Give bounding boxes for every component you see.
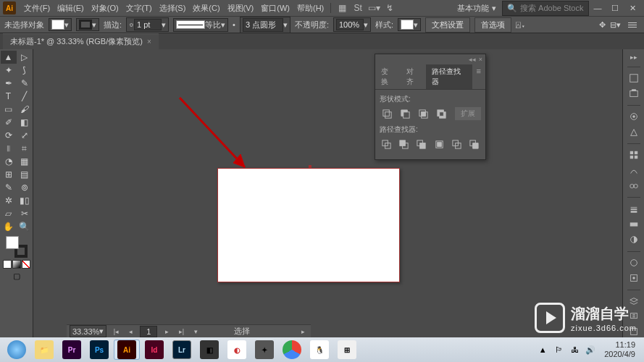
shape-builder-tool[interactable]: ◔: [1, 155, 17, 168]
minus-front-icon[interactable]: [398, 107, 412, 120]
gradient-mode-icon[interactable]: [12, 260, 21, 269]
style-swatch[interactable]: ▾: [398, 18, 421, 31]
document-setup-button[interactable]: 文档设置: [425, 17, 470, 33]
artboard-nav-dropdown[interactable]: ▾: [191, 327, 201, 337]
last-artboard-icon[interactable]: ▸|: [176, 327, 186, 337]
free-transform-tool[interactable]: ⌗: [17, 142, 33, 155]
paintbrush-tool[interactable]: 🖌: [17, 103, 33, 116]
menu-effect[interactable]: 效果(C): [189, 3, 223, 14]
type-tool[interactable]: T: [1, 90, 17, 103]
first-artboard-icon[interactable]: |◂: [111, 327, 121, 337]
menu-view[interactable]: 视图(V): [224, 3, 258, 14]
search-input[interactable]: 🔍搜索 Adobe Stock: [502, 1, 589, 16]
taskbar-indesign[interactable]: Id: [141, 340, 167, 360]
taskbar-chrome[interactable]: [279, 340, 305, 360]
taskbar-app-1[interactable]: ◧: [196, 340, 222, 360]
selection-tool[interactable]: ▲: [1, 51, 17, 64]
column-graph-tool[interactable]: ▮▯: [17, 194, 33, 207]
options-pin-icon[interactable]: ⊟▾: [610, 20, 621, 30]
eyedropper-tool[interactable]: ✎: [1, 181, 17, 194]
appearance-panel-icon[interactable]: [626, 257, 642, 268]
transform-icon[interactable]: ✥: [599, 20, 606, 30]
stroke-profile[interactable]: 等比▾: [173, 18, 228, 32]
transparency-panel-icon[interactable]: [626, 234, 642, 245]
taskbar-qq[interactable]: 🐧: [306, 340, 333, 360]
divide-icon[interactable]: [380, 138, 393, 151]
blend-tool[interactable]: ⊚: [17, 181, 33, 194]
properties-panel-icon[interactable]: [626, 73, 642, 84]
start-button[interactable]: [4, 340, 30, 360]
lasso-tool[interactable]: ⟆: [17, 64, 33, 77]
taskbar-clock[interactable]: 11:19 2020/4/9: [598, 340, 641, 359]
fill-swatch[interactable]: ▾: [49, 18, 72, 31]
tab-align[interactable]: 对齐: [401, 64, 426, 89]
stroke-swatch[interactable]: ▾: [76, 18, 99, 31]
taskbar-app-4[interactable]: ⊞: [334, 340, 360, 360]
tab-pathfinder[interactable]: 路径查找器: [426, 64, 472, 89]
close-button[interactable]: ✕: [625, 3, 640, 13]
tray-volume-icon[interactable]: 🔊: [583, 340, 598, 360]
artboard-tool[interactable]: ▱: [1, 207, 17, 220]
magic-wand-tool[interactable]: ✦: [1, 64, 17, 77]
bridge-icon[interactable]: ▦: [334, 1, 350, 14]
taskbar-premiere[interactable]: Pr: [59, 340, 85, 360]
workspace-switcher[interactable]: 基本功能▾: [451, 1, 502, 15]
taskbar-lightroom[interactable]: Lr: [169, 340, 195, 360]
menu-select[interactable]: 选择(S): [156, 3, 190, 14]
fill-color-icon[interactable]: [6, 236, 19, 249]
symbol-sprayer-tool[interactable]: ✲: [1, 194, 17, 207]
slice-tool[interactable]: ✂: [17, 207, 33, 220]
tray-icon-2[interactable]: 🏳: [551, 340, 566, 360]
exclude-icon[interactable]: [434, 107, 448, 120]
direct-selection-tool[interactable]: ▷: [17, 51, 33, 64]
zoom-tool[interactable]: 🔍: [17, 220, 33, 233]
menu-help[interactable]: 帮助(H): [293, 3, 327, 14]
rectangle-tool[interactable]: ▭: [1, 103, 17, 116]
panel-menu-icon[interactable]: ≡: [472, 64, 485, 89]
tray-network-icon[interactable]: 🖧: [567, 340, 582, 360]
menu-window[interactable]: 窗口(W): [257, 3, 293, 14]
menu-edit[interactable]: 编辑(E): [54, 3, 88, 14]
rotate-tool[interactable]: ⟳: [1, 129, 17, 142]
taskbar-photoshop[interactable]: Ps: [86, 340, 112, 360]
crop-icon[interactable]: [432, 138, 446, 151]
eraser-tool[interactable]: ◧: [17, 116, 33, 129]
opacity-input[interactable]: 100%▾: [333, 17, 371, 32]
gradient-panel-icon[interactable]: [626, 219, 642, 230]
arrange-icon[interactable]: ▭▾: [366, 1, 382, 14]
swatches-panel-icon[interactable]: [626, 150, 642, 161]
menu-file[interactable]: 文件(F): [20, 3, 54, 14]
expand-button[interactable]: 扩展: [455, 107, 481, 120]
hand-tool[interactable]: ✋: [1, 220, 17, 233]
line-tool[interactable]: ╱: [17, 90, 33, 103]
tray-icon-1[interactable]: ▲: [535, 340, 550, 360]
curvature-tool[interactable]: ✎: [17, 77, 33, 90]
trim-icon[interactable]: [397, 138, 411, 151]
color-mode-icon[interactable]: [3, 260, 12, 269]
panel-close-icon[interactable]: ×: [479, 56, 482, 63]
color-panel-icon[interactable]: [626, 111, 642, 122]
taskbar-app-3[interactable]: ✦: [251, 340, 277, 360]
minus-back-icon[interactable]: [467, 138, 481, 151]
prev-artboard-icon[interactable]: ◂: [125, 327, 135, 337]
mesh-tool[interactable]: ⊞: [1, 168, 17, 181]
gradient-tool[interactable]: ▤: [17, 168, 33, 181]
gpu-icon[interactable]: ↯: [382, 1, 398, 14]
stroke-weight-input[interactable]: ≎1 pt▾: [126, 17, 169, 32]
scale-tool[interactable]: ⤢: [17, 129, 33, 142]
pen-tool[interactable]: ✒: [1, 77, 17, 90]
taskbar-app-2[interactable]: ◐: [224, 340, 250, 360]
color-guide-panel-icon[interactable]: [626, 127, 642, 138]
brushes-panel-icon[interactable]: [626, 165, 642, 176]
intersect-icon[interactable]: [416, 107, 430, 120]
artboard-number[interactable]: 1: [140, 326, 157, 337]
none-mode-icon[interactable]: [22, 260, 30, 269]
perspective-tool[interactable]: ▦: [17, 155, 33, 168]
libraries-panel-icon[interactable]: [626, 88, 642, 99]
merge-icon[interactable]: [414, 138, 428, 151]
close-tab-icon[interactable]: ×: [147, 38, 151, 46]
outline-icon[interactable]: [450, 138, 464, 151]
document-tab[interactable]: 未标题-1* @ 33.33% (RGB/像素预览) ×: [3, 33, 159, 49]
graphic-styles-panel-icon[interactable]: [626, 273, 642, 284]
tab-transform[interactable]: 变换: [375, 64, 401, 89]
